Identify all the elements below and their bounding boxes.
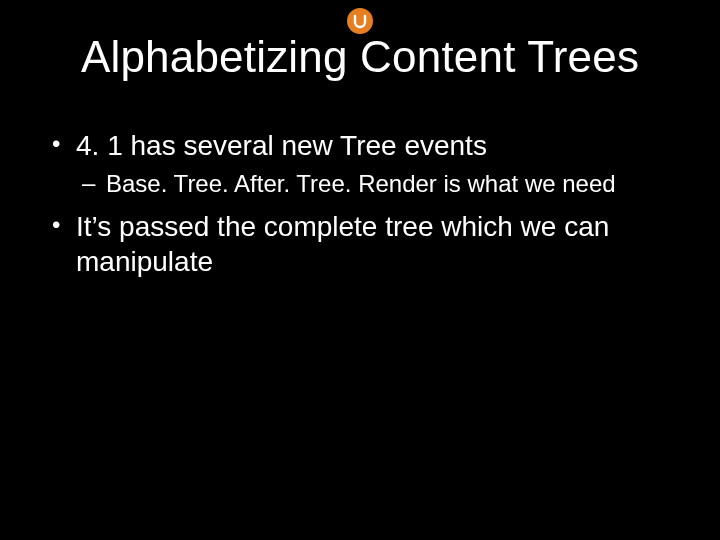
slide-body: 4. 1 has several new Tree events Base. T…	[46, 128, 674, 289]
bullet-text: Base. Tree. After. Tree. Render is what …	[106, 170, 616, 197]
slide-title: Alphabetizing Content Trees	[0, 32, 720, 82]
slide: Alphabetizing Content Trees 4. 1 has sev…	[0, 0, 720, 540]
list-item: 4. 1 has several new Tree events Base. T…	[46, 128, 674, 199]
list-item: Base. Tree. After. Tree. Render is what …	[76, 169, 674, 199]
list-item: It’s passed the complete tree which we c…	[46, 209, 674, 279]
bullet-sublist: Base. Tree. After. Tree. Render is what …	[76, 169, 674, 199]
bullet-text: It’s passed the complete tree which we c…	[76, 211, 609, 277]
umbraco-logo-icon	[347, 8, 373, 34]
bullet-list: 4. 1 has several new Tree events Base. T…	[46, 128, 674, 279]
bullet-text: 4. 1 has several new Tree events	[76, 130, 487, 161]
